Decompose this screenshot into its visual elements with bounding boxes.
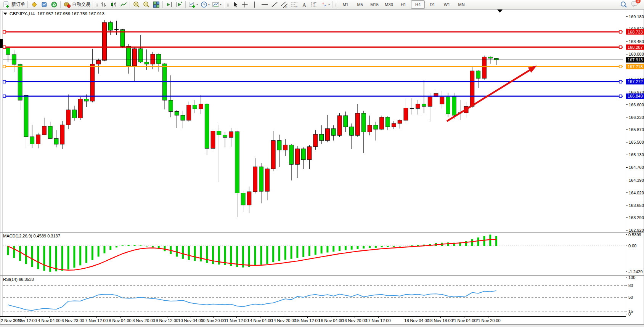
time-label: 17 Nov 12:00 — [366, 318, 390, 323]
bar-chart-button[interactable] — [99, 0, 109, 9]
toolbar-separator — [162, 1, 163, 8]
candle-body — [151, 54, 155, 64]
time-label: 8 Nov 20:00 — [132, 318, 155, 323]
zoom-out-button[interactable] — [141, 0, 151, 9]
candle-body — [392, 123, 396, 127]
chevron-down-icon[interactable]: ▾ — [196, 3, 198, 6]
horizontal-line-button[interactable] — [260, 0, 270, 9]
macd-histogram-bar — [351, 246, 353, 250]
macd-histogram-bar — [411, 245, 413, 246]
macd-histogram-bar — [495, 236, 497, 246]
chart-window[interactable]: 169.180168.820168.450168.080167.710167.3… — [0, 9, 644, 327]
text-button[interactable]: A — [299, 0, 309, 9]
auto-trading-button[interactable]: 自动交易 — [62, 0, 92, 9]
timeframe-h1-button[interactable]: H1 — [397, 0, 410, 9]
macd-histogram-bar — [7, 246, 9, 255]
macd-histogram-bar — [417, 245, 419, 246]
line-chart-button[interactable] — [119, 0, 128, 9]
timeframe-d1-button[interactable]: D1 — [426, 0, 439, 9]
macd-histogram-bar — [345, 246, 347, 250]
auto-scroll-button[interactable] — [174, 0, 184, 9]
vertical-line-button[interactable] — [250, 0, 260, 9]
mt4-window: 新订单自动交易▾▾▾EFAT▾M1M5M15M30H1H4D1W1MN1 169… — [0, 0, 644, 327]
arrows-button[interactable]: ▾ — [319, 0, 331, 9]
candle-body — [283, 145, 287, 150]
toolbar-group: 自动交易 — [62, 0, 92, 9]
price-tick-label: 163.290 — [629, 215, 644, 220]
candle-body — [72, 110, 76, 118]
line-anchor — [3, 95, 6, 98]
search-button[interactable] — [619, 0, 629, 9]
macd-histogram-bar — [284, 246, 286, 260]
new-chart-button[interactable]: ▾ — [187, 0, 199, 9]
time-label: 14 Nov 20:00 — [271, 318, 296, 323]
time-label: 6 Nov 23:00 — [61, 318, 84, 323]
macd-histogram-bar — [122, 245, 124, 246]
history-button[interactable] — [39, 0, 49, 9]
tile-windows-button[interactable] — [151, 0, 161, 9]
macd-histogram-bar — [254, 246, 256, 266]
auto-trading-icon — [63, 1, 71, 8]
horizontal-line-icon — [261, 1, 268, 8]
history-icon — [40, 1, 48, 8]
notifications-button[interactable]: 1 — [631, 0, 639, 9]
text-label-button[interactable]: T — [309, 0, 319, 9]
chart-canvas[interactable]: 169.180168.820168.450168.080167.710167.3… — [0, 9, 644, 327]
cursor-button[interactable] — [230, 0, 240, 9]
timeframe-m30-button[interactable]: M30 — [382, 0, 396, 9]
line-chart-icon — [120, 1, 127, 8]
profiles-button[interactable]: ▾ — [211, 0, 223, 9]
line-anchor — [619, 65, 622, 68]
macd-histogram-bar — [194, 246, 196, 261]
candle-body — [127, 46, 131, 66]
macd-histogram-bar — [363, 246, 365, 248]
chart-shift-button[interactable] — [164, 0, 174, 9]
timeframe-h4-button[interactable]: H4 — [411, 0, 425, 9]
timeframe-mn-button[interactable]: MN — [454, 0, 468, 9]
zoom-in-button[interactable] — [132, 0, 141, 9]
candlestick-button[interactable] — [109, 0, 119, 9]
chevron-down-icon[interactable]: ▾ — [220, 3, 222, 6]
timeframe-m1-button[interactable]: M1 — [339, 0, 352, 9]
macd-histogram-bar — [79, 246, 81, 265]
candle-body — [241, 193, 245, 205]
fibonacci-button[interactable]: F — [289, 0, 299, 9]
price-tag-label: 167.913 — [628, 58, 643, 62]
new-order-button[interactable]: 新订单 — [2, 0, 26, 9]
signal-button[interactable] — [49, 0, 59, 9]
timeframe-w1-button[interactable]: W1 — [440, 0, 454, 9]
toolbar: 新订单自动交易▾▾▾EFAT▾M1M5M15M30H1H4D1W1MN1 — [0, 0, 644, 9]
trendline-button[interactable] — [270, 0, 279, 9]
partial-candle — [0, 39, 3, 48]
time-label: 7 Nov 12:00 — [85, 318, 108, 323]
crosshair-button[interactable] — [240, 0, 250, 9]
candle-body — [344, 115, 348, 127]
chevron-down-icon[interactable]: ▾ — [328, 3, 330, 6]
chart-title: GBPJPY-,H4167.957 167.959 167.759 167.91… — [3, 11, 104, 16]
channel-button[interactable]: E — [279, 0, 289, 9]
timeframe-m5-button[interactable]: M5 — [353, 0, 367, 9]
price-tick-label: 164.020 — [629, 191, 644, 195]
macd-histogram-bar — [85, 246, 87, 263]
macd-histogram-bar — [272, 246, 274, 262]
macd-histogram-bar — [242, 246, 244, 268]
time-label: 16 Nov 20:00 — [342, 318, 367, 323]
time-label: 18 Nov 04:00 — [404, 318, 429, 323]
macd-histogram-bar — [393, 246, 395, 247]
candle-body — [235, 131, 239, 193]
ohlc-label: 167.957 167.959 167.759 167.913 — [37, 11, 104, 16]
toolbar-group: ▾▾▾ — [187, 0, 223, 9]
macd-histogram-bar — [291, 246, 292, 259]
macd-histogram-bar — [61, 246, 63, 271]
chevron-down-icon[interactable]: ▾ — [208, 3, 210, 6]
timeframe-m15-button[interactable]: M15 — [368, 0, 381, 9]
macd-histogram-bar — [98, 246, 100, 256]
clock-button[interactable]: ▾ — [199, 0, 211, 9]
macd-histogram-bar — [357, 246, 358, 249]
candle-body — [301, 149, 305, 160]
line-anchor — [619, 30, 622, 33]
gold-seal-button[interactable] — [29, 0, 39, 9]
svg-text:E: E — [286, 5, 287, 8]
candle-body — [374, 125, 378, 129]
candle-body — [350, 127, 354, 135]
